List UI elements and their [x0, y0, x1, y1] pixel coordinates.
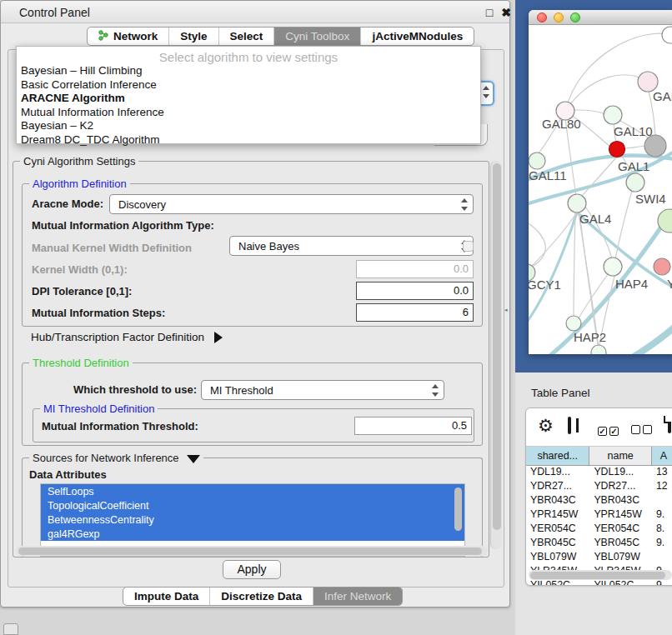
algorithm-option[interactable]: Bayesian – K2	[17, 119, 480, 133]
zoom-traffic-light-icon[interactable]	[570, 12, 580, 22]
collapsed-arrow-icon	[214, 332, 223, 343]
mi-threshold-definition-title: MI Threshold Definition	[40, 402, 158, 415]
tab-network-label: Network	[113, 30, 158, 42]
column-browser-icon[interactable]	[568, 417, 571, 434]
minimize-traffic-light-icon[interactable]	[554, 12, 564, 22]
network-canvas[interactable]: GAL GAL80 GAL10 GAL1 GAL11 SWI4 GAL4 GCY…	[529, 25, 672, 354]
tab-jactivemnodules[interactable]: jActiveMNodules	[361, 28, 474, 45]
node-swi4[interactable]	[626, 173, 644, 192]
deselect-all-columns-icon[interactable]	[631, 422, 652, 438]
node-label: GCY1	[529, 278, 561, 292]
settings-horizontal-scrollbar-thumb[interactable]	[18, 548, 482, 555]
close-traffic-light-icon[interactable]	[537, 12, 547, 22]
aracne-mode-combo[interactable]: Discovery	[109, 194, 474, 214]
aracne-mode-value: Discovery	[118, 198, 166, 211]
node-label: SWI4	[635, 192, 666, 206]
mi-threshold-input[interactable]: 0.5	[354, 417, 472, 435]
mi-threshold-definition-group: MI Threshold Definition Mutual Informati…	[33, 408, 474, 442]
table-row[interactable]: YBR043C YBR043C	[526, 494, 672, 508]
node-partial-bottom[interactable]	[591, 345, 606, 354]
table-row[interactable]: YBR045C YBR045C 9.	[526, 537, 672, 551]
sources-group-title: Sources for Network Inference	[29, 452, 203, 464]
mi-steps-input[interactable]: 6	[356, 303, 474, 322]
threshold-definition-group: Threshold Definition Which threshold to …	[22, 362, 483, 446]
algorithm-option[interactable]: Mutual Information Inference	[17, 106, 480, 120]
bottom-corner-button[interactable]	[3, 623, 18, 635]
attribute-item[interactable]: TopologicalCoefficient	[41, 498, 464, 512]
expanded-arrow-icon[interactable]	[187, 455, 200, 463]
tab-style[interactable]: Style	[169, 28, 218, 45]
dpi-tolerance-input[interactable]: 0.0	[356, 282, 474, 300]
tab-network[interactable]: Network	[88, 28, 169, 45]
tab-cyni-toolbox[interactable]: Cyni Toolbox	[274, 28, 361, 45]
node-gal4[interactable]	[568, 194, 586, 212]
hub-definition-toggle[interactable]: Hub/Transcription Factor Definition	[31, 331, 223, 343]
table-horizontal-scrollbar-thumb[interactable]	[530, 572, 665, 579]
table-row[interactable]: YPR145W YPR145W 9.	[526, 508, 672, 522]
stepper-arrows-icon	[431, 383, 439, 398]
sources-group: Sources for Network Inference Data Attri…	[22, 458, 483, 557]
column-header-name[interactable]: name	[589, 447, 652, 465]
node-label: Y	[667, 277, 672, 291]
which-threshold-combo[interactable]: MI Threshold	[201, 380, 444, 400]
gear-icon[interactable]: ⚙	[538, 416, 554, 436]
cell: YER054C	[526, 522, 589, 537]
attribute-item[interactable]: SelfLoops	[41, 484, 464, 498]
control-panel-title: Control Panel	[19, 6, 90, 19]
tab-impute-data[interactable]: Impute Data	[123, 588, 210, 605]
divider-resize-handle[interactable]: ◂	[504, 307, 509, 313]
control-panel-titlebar[interactable]: Control Panel □ ✖	[1, 1, 509, 23]
manual-kernel-checkbox[interactable]	[463, 241, 474, 252]
settings-vertical-scrollbar-thumb[interactable]	[493, 163, 501, 530]
settings-horizontal-scrollbar[interactable]	[16, 546, 488, 556]
select-all-columns-icon[interactable]: ✓✓	[598, 422, 619, 438]
table-row[interactable]: YDR27... YDR27... 12	[526, 480, 672, 494]
tab-impute-data-label: Impute Data	[134, 590, 198, 602]
algorithm-option[interactable]: Bayesian – Hill Climbing	[17, 64, 480, 78]
kernel-width-label: Kernel Width (0,1):	[32, 263, 128, 276]
attributes-list-scrollbar[interactable]	[454, 488, 462, 531]
table-row[interactable]: YIL052C YIL052C 9	[526, 579, 672, 586]
import-table-icon[interactable]	[668, 416, 671, 433]
threshold-definition-title: Threshold Definition	[29, 357, 133, 369]
which-threshold-value: MI Threshold	[210, 384, 273, 397]
node-salmon[interactable]	[654, 258, 670, 275]
sources-title-text: Sources for Network Inference	[33, 452, 179, 464]
which-threshold-label: Which threshold to use:	[73, 383, 197, 396]
settings-group-title: Cyni Algorithm Settings	[20, 155, 138, 168]
table-row[interactable]: YBL079W YBL079W	[526, 551, 672, 565]
attribute-item[interactable]: BetweennessCentrality	[41, 512, 464, 527]
table-horizontal-scrollbar[interactable]	[529, 570, 672, 580]
algorithm-option[interactable]: Dream8 DC_TDC Algorithm	[17, 133, 480, 148]
node-hap4[interactable]	[604, 258, 622, 276]
algorithm-option-selected[interactable]: ARACNE Algorithm	[17, 92, 480, 106]
tab-infer-network[interactable]: Infer Network	[313, 588, 402, 605]
settings-vertical-scrollbar[interactable]	[490, 161, 502, 549]
column-header-partial[interactable]: A	[652, 447, 672, 465]
node-gal10[interactable]	[604, 106, 622, 124]
cell: YBR043C	[589, 494, 651, 508]
tab-select[interactable]: Select	[219, 28, 275, 45]
mi-steps-label: Mutual Information Steps:	[32, 307, 165, 319]
network-window-titlebar[interactable]	[529, 10, 672, 25]
float-window-icon[interactable]: □	[483, 6, 496, 19]
algorithm-option[interactable]: Basic Correlation Inference	[17, 78, 480, 92]
kernel-width-input[interactable]: 0.0	[356, 260, 474, 278]
apply-button[interactable]: Apply	[223, 560, 281, 579]
cell: YDL19...	[589, 466, 651, 480]
attribute-item[interactable]: gal4RGexp	[41, 527, 464, 541]
close-icon[interactable]: ✖	[499, 6, 513, 19]
cell: YBR045C	[526, 537, 589, 551]
table-row[interactable]: YER054C YER054C 8.	[526, 522, 672, 537]
node-hap2[interactable]	[566, 316, 581, 331]
node-gal1-red[interactable]	[609, 142, 625, 158]
node-partial-top[interactable]	[662, 27, 672, 43]
cell: 9	[652, 579, 672, 586]
node-label: GAL4	[579, 212, 611, 226]
column-header-shared-name[interactable]: shared...	[526, 447, 589, 465]
data-attributes-label: Data Attributes	[29, 468, 107, 481]
mi-type-combo[interactable]: Naive Bayes	[229, 236, 474, 256]
tab-discretize-data[interactable]: Discretize Data	[210, 588, 313, 605]
node-gal11[interactable]	[529, 152, 545, 169]
table-row[interactable]: YDL19... YDL19... 13	[526, 466, 672, 480]
